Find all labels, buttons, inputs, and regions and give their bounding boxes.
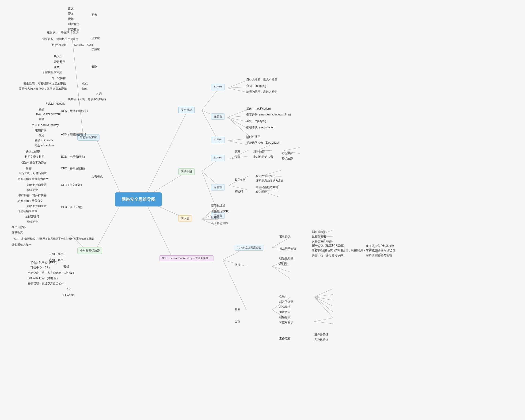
node-use-anytime: 随时可使用 <box>246 135 260 139</box>
defense-label: 防护手段 <box>181 170 192 173</box>
node-tcpip: TCP/IP之上两层协议 <box>234 245 263 251</box>
node-seq: 序列号 <box>279 262 288 266</box>
node-modification: 篡改（modification） <box>246 107 272 111</box>
node-dos: 拒绝访问攻击（Dos attack） <box>246 141 282 145</box>
node-feistel: Feistel network <box>46 102 65 105</box>
node-rsa: RSA <box>66 287 72 291</box>
node-alert-proto: 告警协议（定义异常处理） <box>312 254 346 258</box>
def-conf-label: 机密性 <box>214 156 222 160</box>
node-security-goal: 安全目标 <box>178 107 195 113</box>
node-add-iv: 加密初始向量置 <box>27 183 47 187</box>
node-xor-key2: 异或明文 <box>27 220 38 224</box>
node-record-proto: 记录协议 <box>279 235 291 239</box>
node-ca: 可信中心（CA） <box>30 266 51 270</box>
svg-line-13 <box>227 116 249 117</box>
node-hide: 隐藏 <box>234 150 240 154</box>
node-update-iv2: 更新初始向量置密文 <box>18 199 43 203</box>
node-privkey-enc: 私钥加密 <box>281 157 293 161</box>
node-pros2-label: 优点 <box>82 82 88 86</box>
svg-line-5 <box>145 202 174 260</box>
def-integ-label: 完整性 <box>214 186 222 189</box>
node-fw-packet: 基于包过滤 <box>211 204 225 208</box>
node-data-enc: 数据加密密 <box>312 235 326 239</box>
node-init-key: 初始化密 <box>279 315 291 319</box>
svg-line-12 <box>227 109 249 117</box>
svg-line-2 <box>145 110 188 196</box>
node-variables: 变数 <box>92 65 97 68</box>
svg-line-20 <box>202 171 218 185</box>
node-ecb: ECB（电子密码本） <box>61 155 86 159</box>
node-reuse-token: 可重用标识 <box>279 321 293 325</box>
node-key: 密钥 <box>68 17 74 21</box>
node-cbc: CBC（密码块链接） <box>61 167 86 171</box>
node-pros-fast: 速度快，一串完成 <box>47 30 69 35</box>
node-aes: AES（高级加密标准） <box>61 133 89 137</box>
node-key-asym: 密钥 <box>63 265 69 269</box>
node-add-iv2: 加密初始向量置 <box>27 204 47 208</box>
node-ctr: CTR（计数器模式，计数器：任意保证不产生生长时间重复输出的函数） <box>14 237 97 240</box>
ssl-label: SSL（Secure Sockets Layer 安全套接层） <box>162 257 211 259</box>
svg-line-17 <box>227 138 249 141</box>
node-replaying: 重复（replaying） <box>246 119 269 123</box>
node-enc-alg2: 加密密钥 <box>279 310 291 314</box>
node-encrypt-alg: 加密算法 <box>68 22 79 26</box>
node-elements-ssl: 要素 <box>234 307 240 311</box>
node-ofb: OFB（输出反馈） <box>61 205 84 209</box>
node-sym-enc: 对称加密 <box>253 150 265 154</box>
node-subkey-gen: 子密钥生成算法 <box>42 70 62 74</box>
node-subkey-expand: 密钥扩展 <box>35 129 47 133</box>
svg-line-66 <box>314 321 333 324</box>
node-hash-ts: 给密码函数散列时 <box>256 185 278 189</box>
node-parallel-enc: 串行加密，可并行解密 <box>18 194 47 198</box>
node-init-iv: 初始化向量 <box>279 257 293 260</box>
node-enc-counter: 加密计数器 <box>12 225 26 229</box>
node-def-conf: 机密性 <box>211 155 225 161</box>
node-defense: 防护手段 <box>178 169 195 175</box>
node-des: DES（数据加密标准） <box>61 109 89 113</box>
svg-line-18 <box>227 141 249 145</box>
node-counter-input: 计数器输入加一 <box>12 243 31 247</box>
svg-line-62 <box>314 297 333 306</box>
svg-line-11 <box>227 88 249 93</box>
svg-line-56 <box>272 266 291 279</box>
node-asym-enc: 非对称密钥加密 <box>253 155 273 159</box>
node-client-mac: 客户机/服务器与MAC值 <box>366 249 395 253</box>
node-server-client-random: 服务器与客户机随机数 <box>366 244 394 248</box>
node-pros-label: 优点 <box>73 30 78 35</box>
node-enc-modes: 加密模式 <box>92 175 103 179</box>
svg-line-55 <box>272 266 291 272</box>
tcpip-label: TCP/IP之上两层协议 <box>237 246 261 249</box>
node-elgamal: ELGamal <box>63 293 75 296</box>
node-peer-cert: 对方的证书 <box>279 300 293 304</box>
node-second-proto: 第二层子协议 <box>279 247 296 251</box>
security-goal-label: 安全目标 <box>181 108 192 111</box>
node-key-length: 密钥长度 <box>54 60 65 64</box>
svg-line-61 <box>314 297 333 300</box>
asym-label: 非对称密钥加密 <box>80 249 100 252</box>
svg-line-59 <box>314 289 333 297</box>
node-cfb: CFB（密文反馈） <box>61 183 84 187</box>
node-change-cipher: 改变密钥规格协议（弃用旧会话，采用新会话） <box>312 249 366 252</box>
node-decrypt-parallel: 加解密并行 <box>25 215 39 219</box>
svg-line-14 <box>227 117 249 122</box>
node-msg-auth: 消息源验证 <box>312 230 326 234</box>
node-block-decrypt: 分块加解密 <box>26 150 40 154</box>
node-rc4: RC4算法（XOR） <box>73 43 96 47</box>
svg-line-1 <box>96 202 122 249</box>
node-transmit-iv: 传递初始向量置 <box>18 209 37 213</box>
node-send-verify: 验证发送方身份 <box>256 174 275 178</box>
node-cert-verify: 证明消息由发送方发出 <box>256 179 284 183</box>
svg-line-24 <box>258 144 272 150</box>
node-compress-alg: 压缩算法 <box>279 305 291 309</box>
svg-line-0 <box>96 138 122 197</box>
node-mix-col: 混合 mix column <box>35 143 55 148</box>
svg-line-6 <box>202 89 218 110</box>
node-snooping: 窃探（snooping） <box>246 84 269 88</box>
svg-line-9 <box>227 80 249 88</box>
svg-line-65 <box>314 318 333 321</box>
node-keydist: 密钥分发（第三方完成密钥生成分发） <box>28 271 75 275</box>
node-pros-security: 安全性高，对密钥要求比流加密低 <box>23 82 66 86</box>
node-availability: 可用性 <box>211 137 225 143</box>
node-conversation: 会话 <box>234 320 240 324</box>
conf-label: 机密性 <box>214 86 222 89</box>
